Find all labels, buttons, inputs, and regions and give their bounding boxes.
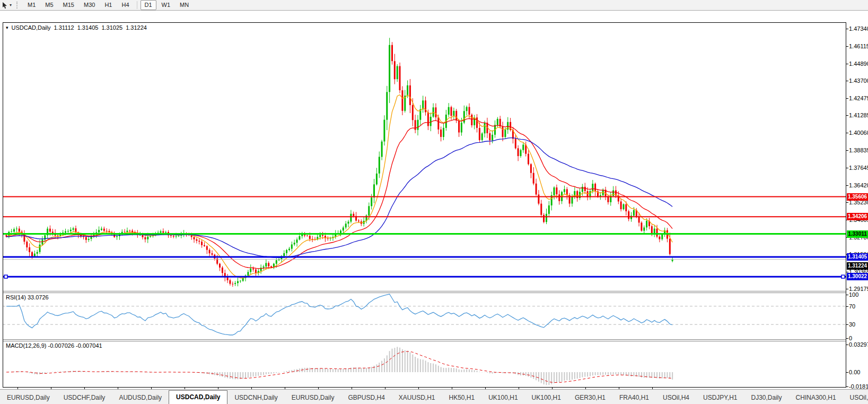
rsi-axis-label: 30 [849,321,868,328]
price-axis-label-tick [846,168,848,168]
ohlc-low: 1.31025 [101,24,122,31]
ohlc-high: 1.31405 [77,24,99,31]
price-axis-label-tick [846,185,848,186]
cursor-icon [2,2,9,9]
rsi-axis-label-tick [846,324,848,325]
price-axis-label: 1.44890 [849,61,868,67]
rsi-axis-label: 0 [849,335,868,341]
chart-tab-usoil-h4[interactable]: USOil,H4 [656,392,696,404]
timeframe-buttons: M1M5M15M30H1H4D1W1MN [23,0,193,10]
toolbar-separator [137,1,137,9]
chart-window: ▾ USDCAD,Daily 1.31112 1.31405 1.31025 1… [0,11,868,389]
macd-axis-label: 0.032972 [849,341,868,348]
price-axis-label-tick [846,272,848,272]
macd-axis-label: 0.00 [849,369,868,375]
timeframe-button-w1[interactable]: W1 [157,0,175,10]
price-axis-label-tick [846,29,848,29]
price-axis-label-tick [846,81,848,81]
price-axis-label-tick [846,289,848,289]
chart-tab-usdchf-daily[interactable]: USDCHF,Daily [57,392,112,404]
price-axis-label: 1.43700 [849,78,868,84]
chart-tab-dj30-daily[interactable]: DJ30,Daily [744,392,789,404]
timeframe-button-m15[interactable]: M15 [59,0,78,10]
chart-canvas[interactable] [3,22,847,388]
macd-axis-label-tick [846,386,848,387]
chart-tab-audusd-daily[interactable]: AUDUSD,Daily [112,392,169,404]
toolbar-grip [16,2,20,8]
chart-symbol-header: ▾ USDCAD,Daily 1.31112 1.31405 1.31025 1… [6,24,147,31]
timeframe-button-m5[interactable]: M5 [41,0,57,10]
price-axis-label-tick [846,202,848,203]
chart-tab-usdcad-daily[interactable]: USDCAD,Daily [169,390,227,404]
macd-label: MACD(12,26,9) -0.007026 -0.007041 [6,342,102,349]
timeframe-button-h1[interactable]: H1 [100,0,116,10]
price-axis-label: 1.38835 [849,147,868,153]
chart-tab-eurusd-daily[interactable]: EURUSD,Daily [0,392,57,404]
symbol-label: USDCAD,Daily [12,24,51,31]
price-axis-label-tick [846,64,848,64]
crosshair-cursor-tool[interactable]: ▾ [0,1,13,10]
chart-tab-fra40-h1[interactable]: FRA40,H1 [612,392,656,404]
chart-tab-gbpusd-h4[interactable]: GBPUSD,H4 [341,392,391,404]
price-axis-label-tick [846,46,848,47]
rsi-axis-label-tick [846,295,848,295]
timeframe-button-m30[interactable]: M30 [80,0,99,10]
macd-axis-label-tick [846,372,848,373]
price-axis-label: 1.40060 [849,130,868,136]
price-line-badge: 1.31405 [847,253,868,261]
timeframe-button-h4[interactable]: H4 [117,0,133,10]
chart-tab-uk100-h1[interactable]: UK100,H1 [481,392,524,404]
timeframe-button-m1[interactable]: M1 [23,0,40,10]
rsi-axis-label-tick [846,338,848,339]
chart-tab-uk100-h1[interactable]: UK100,H1 [525,392,568,404]
price-line-badge: 1.34206 [847,213,868,220]
chart-tab-usoil-h1[interactable]: USOil,H1 [843,392,868,404]
rsi-label: RSI(14) 33.0726 [6,294,49,300]
rsi-axis-label: 70 [849,303,868,310]
rsi-axis-label-tick [846,306,848,307]
price-axis-label: 1.36420 [849,182,868,188]
chart-tab-ger30-h1[interactable]: GER30,H1 [568,392,612,404]
price-axis-label-tick [846,150,848,151]
price-line-badge: 1.35606 [847,193,868,201]
price-line-badge: 1.30022 [847,273,868,280]
ohlc-open: 1.31112 [54,24,74,31]
chart-tab-xauusd-h1[interactable]: XAUUSD,H1 [392,392,442,404]
chart-tab-usdcnh-daily[interactable]: USDCNH,Daily [227,392,284,404]
timeframe-button-d1[interactable]: D1 [141,0,156,10]
chart-tab-bar: EURUSD,DailyUSDCHF,DailyAUDUSD,DailyUSDC… [0,389,868,404]
macd-axis-label-tick [846,345,848,345]
price-axis-label-tick [846,115,848,116]
price-axis-label: 1.46115 [849,43,868,49]
chevron-down-icon: ▾ [10,3,12,7]
top-toolbar: ▾ M1M5M15M30H1H4D1W1MN [0,0,868,11]
chart-tab-china300-h1[interactable]: CHINA300,H1 [789,392,843,404]
price-axis-label-tick [846,98,848,99]
chart-tab-hk50-h1[interactable]: HK50,H1 [442,392,482,404]
rsi-axis-label: 100 [849,291,868,298]
price-axis-label: 1.47340 [849,25,868,32]
price-axis-label: 1.37645 [849,165,868,171]
price-axis-label-tick [846,133,848,133]
ohlc-close: 1.31224 [126,24,147,31]
price-axis-label: 1.42475 [849,95,868,101]
price-line-badge: 1.33011 [847,230,868,238]
chart-tab-usdjpy-h1[interactable]: USDJPY,H1 [696,392,744,404]
chart-tab-eurusd-daily[interactable]: EURUSD,Daily [285,392,341,404]
collapse-arrow-icon[interactable]: ▾ [6,25,8,30]
timeframe-button-mn[interactable]: MN [176,0,193,10]
price-axis-label: 1.41285 [849,112,868,118]
current-price-badge: 1.31224 [847,262,868,270]
